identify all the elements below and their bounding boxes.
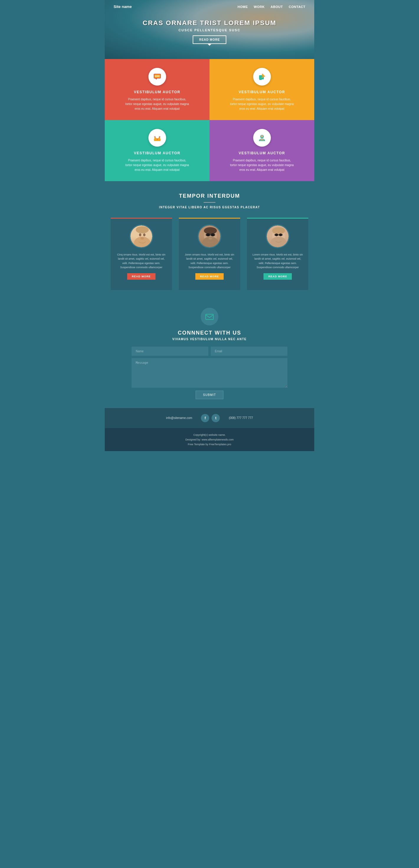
connect-title: CONNNECT WITH US: [111, 330, 308, 336]
avatar-3: [266, 224, 290, 248]
person-icon: [258, 133, 266, 142]
svg-point-36: [279, 234, 282, 236]
tempor-section-title: TEMPOR INTERDUM INTEGER VITAE LIBERO AC …: [105, 181, 314, 218]
person-card-btn-1[interactable]: READ MORE: [127, 273, 155, 280]
avatar-1: [129, 224, 153, 248]
svg-point-24: [204, 227, 217, 234]
header: Site name HOME WORK ABOUT CONTACT CRAS O…: [105, 0, 314, 59]
person-card-1: Cinq ornare risus. Morbi est est, binto …: [111, 218, 172, 290]
nav-home[interactable]: HOME: [238, 5, 248, 8]
svg-point-19: [143, 234, 146, 236]
tempor-subtitle: INTEGER VITAE LIBERO AC RISUS EGESTAS PL…: [111, 206, 308, 209]
svg-point-3: [157, 75, 158, 77]
feature-icon-crown: [148, 129, 166, 147]
hero-subtitle: CUSCE PELLENTESQUE SUSC: [111, 28, 308, 32]
svg-point-37: [277, 237, 280, 240]
svg-point-12: [157, 138, 158, 140]
person-desc-3: Lorem ornare risus. Morbi est est, binto…: [251, 253, 304, 270]
footer-email: info@sitename.com: [166, 416, 192, 420]
connect-subtitle: VIVAMUS VESTIBULUM NULLA NEC ANTE: [111, 338, 308, 341]
person-card-inner-1: Cinq ornare risus. Morbi est est, binto …: [111, 219, 172, 286]
svg-point-27: [207, 234, 210, 236]
feature-card-chat: VESTIBULUM AUCTOR Praesent dapibus, nequ…: [105, 59, 210, 120]
feature-title-3: VESTIBULUM AUCTOR: [134, 151, 181, 155]
chat-icon: [153, 72, 162, 81]
feature-icon-edit: [253, 68, 271, 86]
person-card-inner-3: Lorem ornare risus. Morbi est est, binto…: [247, 219, 308, 286]
person-card-btn-3[interactable]: READ MORE: [264, 273, 292, 280]
svg-point-2: [155, 75, 156, 77]
avatar-img-2: [199, 225, 220, 247]
footer-bottom: Copyright(c) website name. Designed by: …: [105, 428, 314, 452]
message-textarea[interactable]: [131, 358, 288, 388]
feature-card-crown: VESTIBULUM AUCTOR Praesent dapibus, nequ…: [105, 120, 210, 181]
svg-point-21: [136, 226, 149, 234]
hero-title: CRAS ORNARE TRIST LOREM IPSUM: [111, 19, 308, 27]
social-icons: f t: [201, 414, 220, 422]
nav-links: HOME WORK ABOUT CONTACT: [238, 5, 305, 8]
site-name: Site name: [114, 4, 131, 9]
avatar-img-1: [130, 225, 152, 247]
crown-icon: [153, 133, 162, 142]
features-grid: VESTIBULUM AUCTOR Praesent dapibus, nequ…: [105, 59, 314, 181]
twitter-icon[interactable]: t: [212, 414, 220, 422]
svg-point-35: [275, 234, 278, 236]
submit-button[interactable]: SUBMIT: [196, 391, 223, 399]
name-input[interactable]: [131, 347, 208, 356]
svg-point-20: [141, 237, 144, 240]
feature-desc-1: Praesent dapibus, neque id cursus faucib…: [125, 97, 190, 111]
person-card-2: Joren ornare risus. Morbi est est, binto…: [179, 218, 240, 290]
svg-point-29: [209, 237, 212, 240]
footer-contact: info@sitename.com f t (008) 777 777 777: [105, 408, 314, 428]
svg-point-11: [154, 136, 155, 137]
feature-title-2: VESTIBULUM AUCTOR: [239, 90, 285, 94]
feature-icon-person: [253, 129, 271, 147]
person-card-btn-2[interactable]: READ MORE: [195, 273, 224, 280]
email-icon: [205, 312, 214, 321]
email-input[interactable]: [211, 347, 288, 356]
avatar-2: [198, 224, 221, 248]
avatar-img-3: [267, 225, 289, 247]
svg-rect-10: [154, 140, 160, 141]
nav-work[interactable]: WORK: [254, 5, 265, 8]
person-cards-row: Cinq ornare risus. Morbi est est, binto …: [105, 218, 314, 299]
edit-icon: [258, 72, 266, 81]
feature-icon-chat: [148, 68, 166, 86]
feature-desc-3: Praesent dapibus, neque id cursus faucib…: [125, 158, 190, 172]
feature-desc-4: Praesent dapibus, neque id cursus faucib…: [230, 158, 295, 172]
svg-rect-8: [259, 80, 262, 80]
nav-contact[interactable]: CONTACT: [289, 5, 305, 8]
facebook-icon[interactable]: f: [201, 414, 209, 422]
tempor-title: TEMPOR INTERDUM: [111, 193, 308, 199]
footer-phone: (008) 777 777 777: [229, 416, 253, 420]
navbar: Site name HOME WORK ABOUT CONTACT: [105, 0, 314, 13]
nav-about[interactable]: ABOUT: [271, 5, 283, 8]
svg-point-4: [158, 75, 159, 77]
person-card-3: Lorem ornare risus. Morbi est est, binto…: [247, 218, 308, 290]
contact-form-row1: [111, 347, 308, 356]
connect-section: CONNNECT WITH US VIVAMUS VESTIBULUM NULL…: [105, 299, 314, 408]
svg-point-18: [139, 234, 141, 236]
person-desc-2: Joren ornare risus. Morbi est est, binto…: [183, 253, 236, 270]
svg-point-13: [159, 136, 160, 137]
footer-copyright: Copyright(c) website name. Designed by: …: [111, 433, 308, 447]
feature-desc-2: Praesent dapibus, neque id cursus faucib…: [230, 97, 295, 111]
svg-rect-38: [206, 314, 213, 319]
section-divider: [204, 202, 215, 203]
connect-icon-wrap: [201, 308, 218, 326]
person-card-inner-2: Joren ornare risus. Morbi est est, binto…: [179, 219, 240, 286]
person-desc-1: Cinq ornare risus. Morbi est est, binto …: [115, 253, 168, 270]
feature-card-person: VESTIBULUM AUCTOR Praesent dapibus, nequ…: [210, 120, 314, 181]
svg-point-15: [261, 135, 263, 137]
svg-point-28: [211, 234, 214, 236]
svg-point-32: [272, 227, 285, 234]
feature-title-1: VESTIBULUM AUCTOR: [134, 90, 181, 94]
feature-title-4: VESTIBULUM AUCTOR: [239, 151, 285, 155]
feature-card-edit: VESTIBULUM AUCTOR Praesent dapibus, nequ…: [210, 59, 314, 120]
hero-content: CRAS ORNARE TRIST LOREM IPSUM CUSCE PELL…: [105, 13, 314, 47]
hero-cta-button[interactable]: READ MORE: [193, 35, 226, 44]
